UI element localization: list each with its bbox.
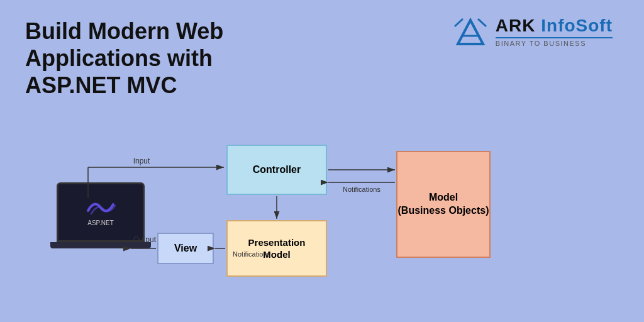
- logo-name: ARK InfoSoft: [496, 16, 613, 36]
- main-title: Build Modern Web Applications with ASP.N…: [25, 18, 223, 99]
- logo-text: ARK InfoSoft BINARY TO BUSINESS: [496, 16, 613, 47]
- laptop-screen: ASP.NET: [57, 182, 145, 242]
- title-line1: Build Modern Web: [25, 18, 223, 44]
- title-line2: Applications with: [25, 45, 213, 71]
- laptop-base: [50, 242, 151, 248]
- title-line3: ASP.NET MVC: [25, 72, 177, 98]
- logo: ARK InfoSoft BINARY TO BUSINESS: [452, 14, 613, 48]
- laptop: ASP.NET: [50, 182, 151, 264]
- svg-line-3: [478, 19, 486, 26]
- main-container: Build Modern Web Applications with ASP.N…: [0, 0, 644, 322]
- presentation-model-box: Presentation Model: [226, 220, 327, 277]
- logo-tagline: BINARY TO BUSINESS: [496, 37, 613, 47]
- model-box: Model (Business Objects): [396, 151, 491, 258]
- logo-infosoft: InfoSoft: [541, 16, 613, 35]
- input-label: Input: [133, 157, 150, 165]
- svg-marker-0: [458, 20, 483, 44]
- notifications-top-label: Notifications: [343, 186, 380, 193]
- aspnet-label: ASP.NET: [87, 219, 114, 226]
- ark-logo-icon: [452, 14, 489, 48]
- controller-box: Controller: [226, 145, 327, 195]
- view-box: View: [157, 233, 214, 264]
- svg-line-2: [455, 19, 463, 26]
- logo-ark: ARK: [496, 16, 541, 35]
- mvc-diagram: ASP.NET View Controller Presentation Mod…: [25, 145, 625, 308]
- aspnet-swoosh-icon: [85, 198, 116, 217]
